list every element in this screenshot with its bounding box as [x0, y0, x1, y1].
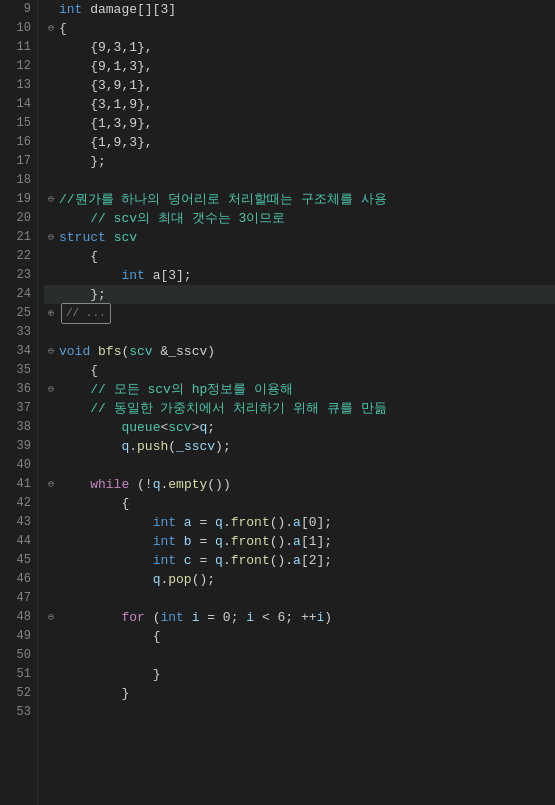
code-line: ⊖void bfs(scv &_sscv) — [44, 342, 555, 361]
indent-space — [59, 494, 121, 513]
indent-space — [59, 133, 90, 152]
token-var: a — [293, 513, 301, 532]
indent-space — [59, 608, 121, 627]
line-number: 19 — [0, 190, 31, 209]
token-op — [176, 532, 184, 551]
line-number: 44 — [0, 532, 31, 551]
token-var: _sscv — [176, 437, 215, 456]
token-fn: bfs — [98, 342, 121, 361]
code-line: } — [44, 665, 555, 684]
token-punct: {9,3,1}, — [90, 38, 152, 57]
token-var: q — [153, 475, 161, 494]
line-number: 38 — [0, 418, 31, 437]
fold-open-icon[interactable]: ⊖ — [44, 345, 58, 359]
token-punct: { — [153, 627, 161, 646]
token-punct: {1,9,3}, — [90, 133, 152, 152]
token-punct: . — [223, 551, 231, 570]
token-var: q — [121, 437, 129, 456]
line-number: 9 — [0, 0, 31, 19]
code-line: {3,9,1}, — [44, 76, 555, 95]
code-line: {9,3,1}, — [44, 38, 555, 57]
fold-open-icon[interactable]: ⊖ — [44, 383, 58, 397]
line-number: 16 — [0, 133, 31, 152]
line-number: 11 — [0, 38, 31, 57]
token-punct: } — [121, 684, 129, 703]
token-op: &_sscv) — [153, 342, 215, 361]
code-line: {1,3,9}, — [44, 114, 555, 133]
token-fn: front — [231, 551, 270, 570]
token-punct: ); — [215, 437, 231, 456]
code-line: {1,9,3}, — [44, 133, 555, 152]
indent-space — [59, 152, 90, 171]
code-line: { — [44, 627, 555, 646]
line-number: 50 — [0, 646, 31, 665]
code-line: { — [44, 361, 555, 380]
token-op — [184, 608, 192, 627]
fold-open-icon[interactable]: ⊖ — [44, 231, 58, 245]
token-punct: }; — [90, 285, 106, 304]
line-number: 15 — [0, 114, 31, 133]
token-punct: < — [160, 418, 168, 437]
line-number: 20 — [0, 209, 31, 228]
token-op: = — [192, 513, 215, 532]
line-number: 49 — [0, 627, 31, 646]
token-var: c — [184, 551, 192, 570]
line-number: 18 — [0, 171, 31, 190]
code-line: int damage[][3] — [44, 0, 555, 19]
token-op: damage[][3] — [82, 0, 176, 19]
fold-closed-icon[interactable]: ⊕ — [44, 307, 58, 321]
fold-open-icon[interactable]: ⊖ — [44, 478, 58, 492]
fold-open-icon[interactable]: ⊖ — [44, 611, 58, 625]
fold-open-icon[interactable]: ⊖ — [44, 22, 58, 36]
token-var: i — [317, 608, 325, 627]
token-punct: {3,1,9}, — [90, 95, 152, 114]
token-op — [176, 513, 184, 532]
line-numbers: 9101112131415161718192021222324253334353… — [0, 0, 38, 805]
line-number: 51 — [0, 665, 31, 684]
token-op — [90, 342, 98, 361]
token-var: a — [293, 532, 301, 551]
code-line: int a[3]; — [44, 266, 555, 285]
indent-space — [59, 532, 153, 551]
token-punct: {3,9,1}, — [90, 76, 152, 95]
folded-content[interactable]: // ... — [61, 303, 111, 324]
token-comment-kr: // 동일한 가중치에서 처리하기 위해 큐를 만듦 — [90, 399, 386, 418]
token-op: < 6; ++ — [254, 608, 316, 627]
token-punct: { — [121, 494, 129, 513]
indent-space — [59, 570, 153, 589]
code-line: ⊖struct scv — [44, 228, 555, 247]
fold-open-icon[interactable]: ⊖ — [44, 193, 58, 207]
token-kw2: while — [90, 475, 129, 494]
indent-space — [59, 475, 90, 494]
code-line: // scv의 최대 갯수는 3이므로 — [44, 209, 555, 228]
code-line: } — [44, 684, 555, 703]
token-punct: . — [223, 513, 231, 532]
code-content: int damage[][3]⊖{ {9,3,1}, {9,1,3}, {3,9… — [38, 0, 555, 805]
code-line: int a = q.front().a[0]; — [44, 513, 555, 532]
line-number: 48 — [0, 608, 31, 627]
token-fn: pop — [168, 570, 191, 589]
indent-space — [59, 627, 153, 646]
token-punct: . — [160, 475, 168, 494]
indent-space — [59, 399, 90, 418]
indent-space — [59, 57, 90, 76]
code-line: q.push(_sscv); — [44, 437, 555, 456]
token-kw: void — [59, 342, 90, 361]
line-number: 36 — [0, 380, 31, 399]
line-number: 37 — [0, 399, 31, 418]
token-fn: front — [231, 513, 270, 532]
indent-space — [59, 380, 90, 399]
token-punct: {1,3,9}, — [90, 114, 152, 133]
token-op: = 0; — [199, 608, 246, 627]
code-line: ⊖ for (int i = 0; i < 6; ++i) — [44, 608, 555, 627]
indent-space — [59, 551, 153, 570]
line-number: 47 — [0, 589, 31, 608]
token-punct: [0]; — [301, 513, 332, 532]
code-line: ⊖//뭔가를 하나의 덩어리로 처리할때는 구조체를 사용 — [44, 190, 555, 209]
line-number: 24 — [0, 285, 31, 304]
indent-space — [59, 665, 153, 684]
token-var: i — [246, 608, 254, 627]
token-comment-kr: // scv의 최대 갯수는 3이므로 — [90, 209, 285, 228]
token-punct: . — [160, 570, 168, 589]
token-var: q — [215, 513, 223, 532]
